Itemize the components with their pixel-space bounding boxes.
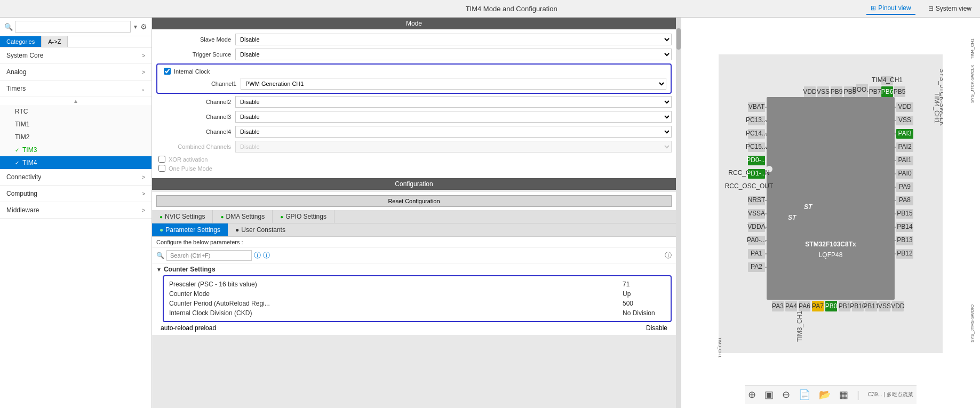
category-analog[interactable]: Analog >	[0, 64, 152, 81]
param-counter-period: Counter Period (AutoReload Regi... 500	[169, 299, 665, 308]
channel3-select[interactable]: Disable	[235, 111, 672, 123]
tab-dma[interactable]: ● DMA Settings	[213, 210, 273, 223]
xor-checkbox[interactable]	[158, 156, 165, 163]
svg-text:PAI2: PAI2	[898, 143, 911, 150]
param-prescaler: Prescaler (PSC - 16 bits value) 71	[169, 279, 665, 289]
tab-categories[interactable]: Categories	[0, 36, 42, 47]
category-connectivity[interactable]: Connectivity >	[0, 169, 152, 186]
svg-text:PB14: PB14	[897, 223, 913, 230]
slave-mode-label: Slave Mode	[156, 36, 231, 43]
svg-text:PB13: PB13	[897, 236, 913, 244]
info-icon-right[interactable]: ⓘ	[665, 251, 672, 260]
pinout-icon: ⊞	[871, 4, 876, 12]
internal-clock-checkbox[interactable]	[164, 68, 171, 75]
xor-label: XOR activation	[169, 156, 208, 163]
channel4-label: Channel4	[156, 129, 231, 135]
zoom-in-icon[interactable]: ⊕	[748, 389, 756, 401]
category-system-core[interactable]: System Core >	[0, 47, 152, 64]
param-auto-reload: auto-reload preload Disable	[156, 323, 672, 333]
mode-header: Mode	[152, 18, 676, 29]
svg-text:ST: ST	[788, 214, 797, 221]
one-pulse-checkbox[interactable]	[158, 165, 165, 172]
reset-config-button[interactable]: Reset Configuration	[156, 195, 672, 207]
chevron-right-icon: >	[142, 53, 145, 59]
view-tabs: ⊞ Pinout view ⊟ System view	[866, 2, 976, 15]
settings-icon[interactable]: ⚙	[140, 22, 147, 31]
svg-text:VDD: VDD	[803, 88, 817, 95]
tab-parameter-settings[interactable]: ● Parameter Settings	[152, 223, 228, 236]
sidebar: 🔍 ▼ ⚙ Categories A->Z System Core > Anal…	[0, 18, 152, 408]
sidebar-item-tim2[interactable]: TIM2	[0, 131, 152, 143]
svg-text:PA3: PA3	[772, 302, 784, 310]
export1-icon[interactable]: 📄	[799, 389, 810, 401]
dropdown-arrow[interactable]: ▼	[133, 24, 138, 30]
chevron-right-icon: >	[142, 69, 145, 75]
svg-text:PB9: PB9	[831, 88, 843, 95]
center-with-scrollbar: Mode Slave Mode Disable Trigger Source	[152, 18, 681, 408]
category-timers[interactable]: Timers ⌄	[0, 81, 152, 97]
collapse-arrow-icon[interactable]: ▼	[156, 267, 162, 273]
xor-row: XOR activation	[156, 156, 672, 163]
search-params-input[interactable]	[166, 250, 252, 261]
export2-icon[interactable]: 📂	[819, 389, 831, 401]
slave-mode-row: Slave Mode Disable	[156, 34, 672, 45]
sidebar-search-bar: 🔍 ▼ ⚙	[0, 18, 152, 36]
info-icon-2[interactable]: ⓘ	[263, 251, 270, 260]
chip-diagram: TIM4_CH1 SYS_JTCK-SWCLK ST STM32F103C8Tx…	[686, 22, 976, 385]
tab-nvic[interactable]: ● NVIC Settings	[152, 210, 213, 223]
channel2-select[interactable]: Disable	[235, 96, 672, 108]
svg-text:STM32F103C8Tx: STM32F103C8Tx	[805, 241, 856, 248]
sidebar-item-rtc[interactable]: RTC	[0, 105, 152, 118]
grid-icon[interactable]: ▦	[839, 389, 848, 401]
fit-view-icon[interactable]: ▣	[764, 389, 774, 401]
svg-text:PC15...: PC15...	[746, 143, 767, 150]
watermark-text: C39... | 多吃点疏菜	[868, 391, 913, 398]
category-middleware[interactable]: Middleware >	[0, 202, 152, 219]
tab-pinout[interactable]: ⊞ Pinout view	[866, 2, 915, 15]
slave-mode-select[interactable]: Disable	[235, 34, 672, 45]
trigger-source-select[interactable]: Disable	[235, 49, 672, 60]
sidebar-item-tim3[interactable]: ✓ TIM3	[0, 143, 152, 156]
sidebar-item-tim4[interactable]: ✓ TIM4	[0, 156, 152, 169]
dot-icon: ●	[160, 214, 163, 220]
svg-text:TIM4_CH1: TIM4_CH1	[872, 76, 903, 84]
main-layout: 🔍 ▼ ⚙ Categories A->Z System Core > Anal…	[0, 18, 980, 408]
sidebar-filter-tabs: Categories A->Z	[0, 36, 152, 47]
internal-clock-channel1-box: Internal Clock Channel1 PWM Generation C…	[156, 63, 672, 94]
scroll-thumb[interactable]	[676, 28, 681, 50]
one-pulse-row: One Pulse Mode	[156, 165, 672, 172]
right-panel: TIM4_CH1 SYS_JTCK-SWCLK ST STM32F103C8Tx…	[681, 18, 980, 408]
svg-text:PA8: PA8	[899, 196, 911, 204]
content-wrapper: Mode Slave Mode Disable Trigger Source	[152, 18, 980, 408]
separator: |	[857, 389, 859, 401]
info-icon-1[interactable]: ⓘ	[254, 251, 261, 260]
svg-text:PA7: PA7	[812, 302, 824, 310]
tab-atoz[interactable]: A->Z	[42, 36, 68, 47]
bottom-toolbar: ⊕ ▣ ⊖ 📄 📂 ▦ | C39... | 多吃点疏菜	[745, 385, 917, 404]
svg-text:SYS_JTCK-SWCLK: SYS_JTCK-SWCLK	[938, 68, 943, 125]
svg-text:PD1-...: PD1-...	[746, 170, 766, 177]
tab-gpio[interactable]: ● GPIO Settings	[273, 210, 334, 223]
svg-text:VBAT: VBAT	[748, 103, 765, 110]
svg-text:PB1: PB1	[839, 302, 851, 310]
tab-user-constants[interactable]: ● User Constants	[228, 223, 293, 236]
label-tim3-ch1: TIM3_CH1	[718, 337, 722, 369]
category-list: System Core > Analog > Timers ⌄ ▲ RTC	[0, 47, 152, 408]
tab-system[interactable]: ⊟ System view	[924, 3, 976, 14]
search-input[interactable]	[15, 21, 131, 33]
channel1-select[interactable]: PWM Generation CH1	[241, 78, 666, 90]
svg-text:PA0-...: PA0-...	[747, 236, 766, 244]
chip-svg: TIM4_CH1 SYS_JTCK-SWCLK ST STM32F103C8Tx…	[719, 54, 943, 353]
param-clock-division: Internal Clock Division (CKD) No Divisio…	[169, 308, 665, 318]
sidebar-item-tim1[interactable]: TIM1	[0, 118, 152, 131]
center-scrollbar[interactable]	[676, 18, 681, 408]
channel4-select[interactable]: Disable	[235, 126, 672, 138]
trigger-source-label: Trigger Source	[156, 51, 231, 58]
channel2-label: Channel2	[156, 99, 231, 105]
zoom-out-icon[interactable]: ⊖	[782, 389, 790, 401]
svg-text:TIM3_CH1: TIM3_CH1	[796, 310, 803, 341]
svg-text:PA4: PA4	[785, 302, 797, 310]
svg-text:PAI0: PAI0	[898, 170, 911, 177]
chevron-down-icon: ⌄	[141, 86, 145, 92]
category-computing[interactable]: Computing >	[0, 186, 152, 202]
